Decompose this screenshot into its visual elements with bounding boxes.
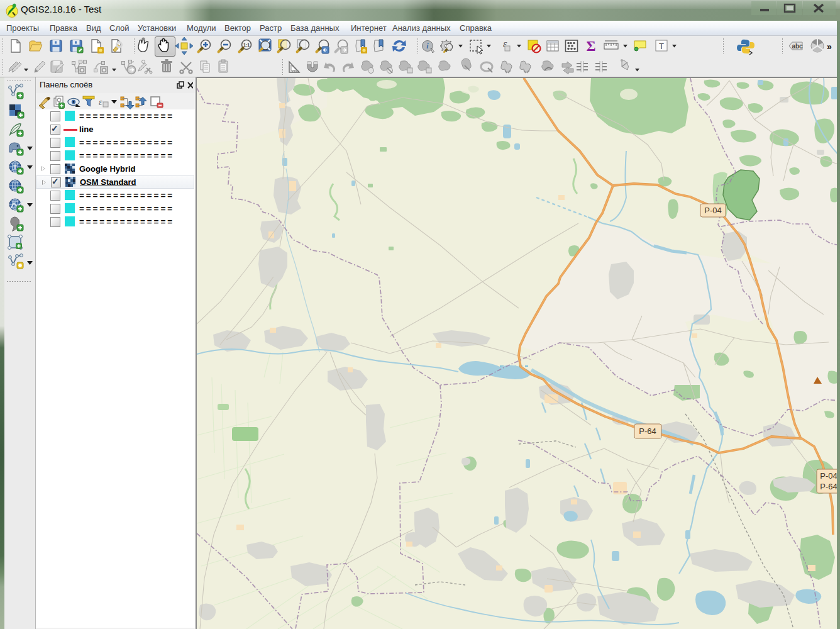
svg-text:ε: ε [99,97,102,107]
svg-text:Σ: Σ [586,38,595,54]
svg-text:T: T [659,42,664,51]
svg-text:P-64: P-64 [820,482,837,491]
svg-text:abc: abc [792,43,803,50]
svg-text:1:1: 1:1 [243,43,250,47]
svg-text:»: » [827,42,832,52]
svg-text:P-04: P-04 [704,206,721,215]
svg-text:P-64: P-64 [639,426,656,436]
svg-text:T: T [13,164,17,170]
svg-text:P-04: P-04 [820,471,837,481]
